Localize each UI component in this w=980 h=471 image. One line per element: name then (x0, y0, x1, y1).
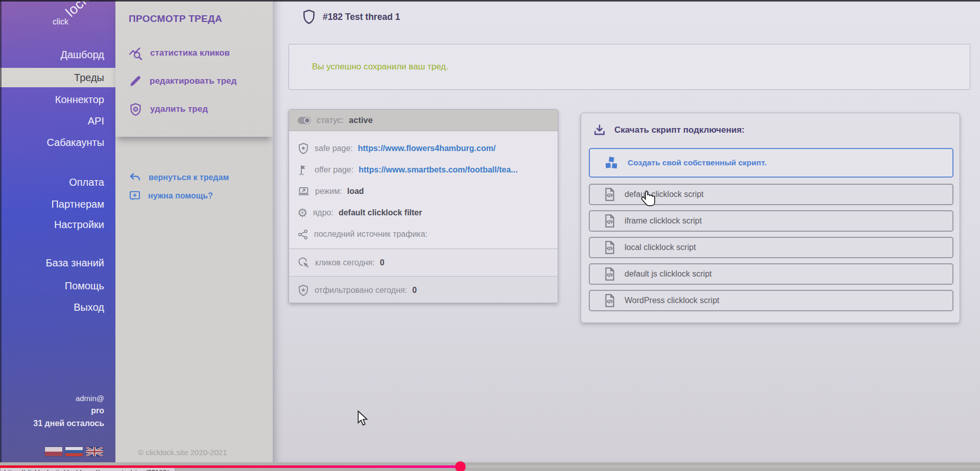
link-need-help[interactable]: нужна помощь? (129, 189, 213, 203)
clicklock-logo[interactable]: clicklock (53, 12, 94, 28)
sidebar-item-partners[interactable]: Партнерам (0, 194, 115, 214)
click-cursor-icon (297, 256, 310, 269)
page-header: #182 Test thread 1 (302, 9, 400, 24)
video-progress-fill (0, 465, 461, 468)
sidebar-item-connector[interactable]: Коннектор (0, 90, 115, 109)
video-edge-left (0, 0, 2, 462)
account-days-left: 31 дней осталось (33, 419, 104, 428)
row-offer-page: offer page: https://www.smartbets.com/fo… (297, 159, 558, 181)
filtered-value: 0 (412, 286, 417, 295)
filtered-today-row: отфильтровано сегодня: 0 (289, 276, 558, 303)
sidebar: clicklock Дашборд Треды Коннектор API Са… (0, 0, 115, 462)
main-content: #182 Test thread 1 Вы успешно сохранили … (273, 0, 980, 462)
script-button-label: default clicklock script (625, 190, 704, 199)
account-email: admin@ (76, 394, 104, 403)
safe-page-link[interactable]: https://www.flowers4hamburg.com/ (358, 144, 496, 153)
action-label: статистика кликов (150, 48, 230, 58)
iframe-clicklock-script-button[interactable]: iframe clicklock script (589, 210, 953, 232)
clicks-value: 0 (380, 258, 385, 267)
sidebar-item-api[interactable]: API (0, 111, 115, 131)
sidebar-item-knowledge-base[interactable]: База знаний (0, 253, 115, 272)
action-label: удалить тред (150, 104, 208, 114)
sidebar-item-threads[interactable]: Треды (0, 68, 115, 87)
success-alert: Вы успешно сохранили ваш тред. (289, 44, 970, 90)
success-alert-text: Вы успешно сохранили ваш тред. (312, 62, 448, 72)
app-window: clicklock Дашборд Треды Коннектор API Са… (0, 0, 980, 471)
sidebar-item-logout[interactable]: Выход (0, 298, 115, 317)
undo-arrow-icon (129, 172, 141, 183)
statusbar-url-text: https://clicklock.site/dashboard/connect… (4, 468, 169, 471)
language-switcher (45, 447, 103, 456)
file-code-icon (603, 187, 616, 202)
row-label: режим: (315, 187, 342, 196)
sidebar-item-dashboard[interactable]: Дашборд (0, 45, 115, 64)
script-button-label: default js clicklock script (625, 269, 712, 279)
mode-value: load (347, 187, 364, 196)
wordpress-clicklock-script-button[interactable]: WordPress clicklock script (589, 290, 953, 311)
share-icon (297, 229, 309, 240)
stats-search-icon (129, 46, 142, 60)
file-code-icon (603, 267, 616, 281)
video-progress-bar[interactable] (0, 465, 980, 468)
action-edit-thread[interactable]: редактировать тред (129, 73, 236, 89)
file-code-icon (603, 293, 616, 308)
poland-flag[interactable] (45, 447, 62, 456)
row-core: ⚙ ядро: default clicklock filter (297, 202, 558, 224)
download-card-title: Скачать скрипт подключения: (593, 123, 745, 137)
create-own-script-button[interactable]: Создать свой собственный скрипт. (589, 148, 953, 178)
russia-flag[interactable] (65, 447, 83, 456)
page-title: #182 Test thread 1 (323, 12, 400, 22)
thread-panel-column: ПРОСМОТР ТРЕДА статистика кликов редакти… (115, 0, 273, 462)
sidebar-item-payment[interactable]: Оплата (0, 172, 115, 192)
offer-page-link[interactable]: https://www.smartbets.com/football/tea..… (358, 165, 517, 175)
status-card-body: safe page: https://www.flowers4hamburg.c… (289, 132, 558, 245)
row-mode: режим: load (297, 181, 558, 202)
sidebar-item-subaccounts[interactable]: Сабакаунты (0, 133, 115, 152)
shield-icon (302, 9, 316, 24)
filtered-label: отфильтровано сегодня: (315, 286, 407, 295)
clicks-today-row: кликов сегодня: 0 (289, 249, 558, 276)
sidebar-item-settings[interactable]: Настройки (0, 215, 115, 234)
video-edge-top (0, 0, 980, 2)
clicks-label: кликов сегодня: (315, 258, 375, 267)
status-value: active (349, 115, 373, 125)
row-safe-page: safe page: https://www.flowers4hamburg.c… (297, 138, 558, 159)
flag-pin-icon (297, 164, 309, 176)
file-code-icon (603, 240, 616, 255)
uk-flag[interactable] (86, 447, 103, 456)
link-back-to-threads[interactable]: вернуться к тредам (129, 170, 229, 185)
row-label: offer page: (315, 165, 353, 175)
script-button-label: iframe clicklock script (625, 216, 702, 226)
default-js-clicklock-script-button[interactable]: default js clicklock script (589, 263, 953, 285)
gear-icon: ⚙ (297, 207, 308, 219)
logo-text-click: click (53, 17, 68, 26)
uk-flag-icon (86, 447, 103, 456)
status-header-row: статус: active (289, 110, 558, 131)
action-click-statistics[interactable]: статистика кликов (129, 45, 230, 61)
core-value: default clicklock filter (339, 208, 422, 217)
action-delete-thread[interactable]: удалить тред (129, 101, 208, 117)
download-icon (593, 123, 606, 137)
shield-star-icon (297, 284, 309, 296)
sidebar-item-help[interactable]: Помощь (0, 276, 115, 295)
link-label: вернуться к тредам (149, 173, 229, 182)
account-plan: pro (91, 406, 104, 415)
row-label: safe page: (315, 144, 353, 153)
default-clicklock-script-button[interactable]: default clicklock script (589, 184, 953, 205)
copyright: © clicklock.site 2020-2021 (138, 448, 227, 457)
script-button-label: local clicklock script (625, 243, 696, 252)
thread-actions-panel: ПРОСМОТР ТРЕДА статистика кликов редакти… (115, 0, 273, 137)
file-code-icon (603, 214, 616, 228)
script-button-label: WordPress clicklock script (625, 296, 720, 305)
row-label: ядро: (313, 208, 333, 217)
thread-panel-title: ПРОСМОТР ТРЕДА (129, 13, 222, 24)
shield-x-icon (129, 103, 142, 116)
row-label: последний источник трафика: (314, 230, 427, 239)
cubes-icon (603, 155, 619, 170)
laptop-arrow-icon (297, 185, 310, 197)
video-progress-handle[interactable] (455, 461, 466, 471)
create-own-script-label: Создать свой собственный скрипт. (628, 158, 767, 167)
local-clicklock-script-button[interactable]: local clicklock script (589, 237, 953, 258)
toggle-icon (297, 116, 312, 125)
thread-status-card: статус: active safe page: https://www.fl… (289, 109, 558, 303)
